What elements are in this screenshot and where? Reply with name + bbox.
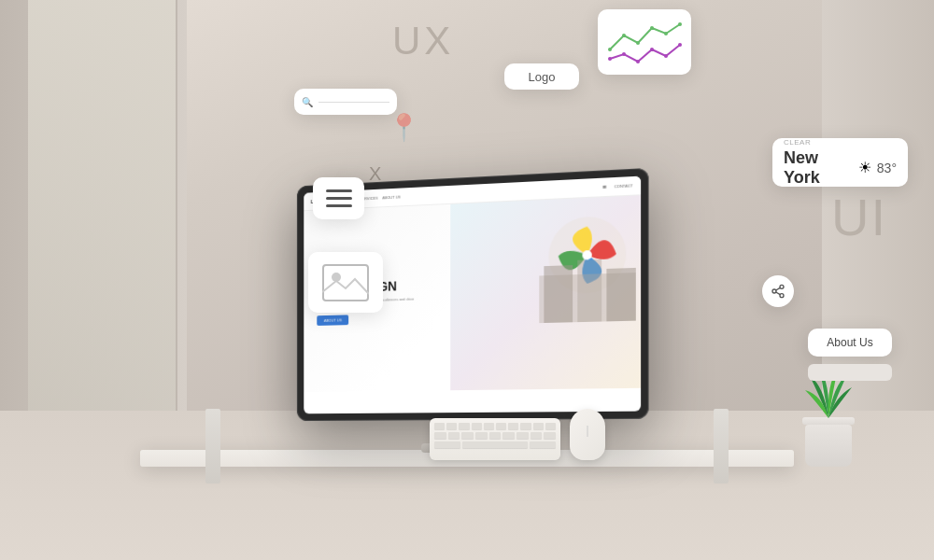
spacebar-key bbox=[462, 441, 528, 448]
logo-widget: Logo bbox=[504, 63, 579, 90]
svg-point-14 bbox=[608, 57, 612, 61]
keyboard-row-2 bbox=[434, 432, 556, 439]
plant bbox=[802, 417, 855, 467]
svg-point-11 bbox=[650, 26, 654, 30]
svg-rect-6 bbox=[323, 265, 368, 301]
svg-point-13 bbox=[678, 22, 682, 26]
svg-point-19 bbox=[678, 43, 682, 47]
hamburger-menu-widget[interactable] bbox=[313, 177, 364, 219]
svg-point-10 bbox=[636, 41, 640, 45]
svg-point-9 bbox=[622, 34, 626, 37]
screen-cta-button[interactable]: ABOUT US bbox=[317, 315, 348, 327]
mouse bbox=[570, 409, 605, 460]
desk-leg-right bbox=[714, 409, 729, 483]
svg-point-12 bbox=[664, 32, 668, 35]
svg-line-24 bbox=[776, 287, 781, 290]
key bbox=[459, 423, 469, 429]
keyboard-row-3 bbox=[434, 441, 556, 448]
keyboard-rows bbox=[430, 418, 560, 453]
about-us-widget[interactable]: About Us bbox=[808, 329, 892, 357]
svg-point-17 bbox=[650, 48, 654, 51]
weather-sun-icon: ☀ bbox=[858, 159, 871, 176]
svg-point-20 bbox=[780, 285, 784, 288]
key bbox=[461, 432, 474, 439]
location-pin-icon: 📍 bbox=[388, 112, 420, 143]
share-button[interactable] bbox=[762, 275, 794, 307]
keyboard bbox=[430, 418, 560, 460]
menu-line-2 bbox=[326, 197, 352, 200]
key bbox=[496, 423, 506, 429]
search-bar-widget[interactable]: 🔍 bbox=[294, 89, 397, 115]
key bbox=[520, 423, 531, 429]
pinwheel-svg bbox=[539, 205, 636, 323]
key bbox=[472, 423, 482, 429]
x-close-icon[interactable]: X bbox=[369, 163, 381, 185]
screen-hero-image bbox=[450, 195, 641, 390]
svg-point-15 bbox=[622, 52, 626, 56]
weather-city: New York bbox=[784, 148, 853, 188]
key bbox=[489, 432, 502, 439]
ui-label: UI bbox=[831, 187, 887, 247]
svg-point-21 bbox=[772, 289, 776, 293]
bottom-pill-decoration bbox=[808, 364, 892, 381]
weather-temperature: 83° bbox=[877, 161, 897, 175]
svg-rect-3 bbox=[544, 265, 573, 323]
desk-leg-left bbox=[205, 409, 220, 483]
screen-hamburger: ≡ bbox=[602, 184, 606, 190]
svg-rect-5 bbox=[606, 268, 635, 322]
weather-main: New York ☀ 83° bbox=[784, 148, 897, 188]
weather-widget: CLEAR New York ☀ 83° bbox=[772, 138, 908, 187]
svg-point-22 bbox=[780, 294, 784, 298]
keyboard-row-1 bbox=[434, 423, 556, 429]
share-icon bbox=[771, 284, 785, 299]
key bbox=[508, 423, 518, 429]
image-placeholder-icon bbox=[322, 264, 369, 301]
key bbox=[544, 432, 556, 439]
key bbox=[502, 432, 515, 439]
svg-point-8 bbox=[608, 48, 612, 51]
key bbox=[446, 423, 457, 429]
key bbox=[533, 423, 544, 429]
ux-label: UX bbox=[392, 19, 454, 63]
chart-svg bbox=[605, 17, 684, 67]
menu-line-1 bbox=[326, 189, 352, 192]
key bbox=[484, 423, 494, 429]
key bbox=[448, 432, 460, 439]
key bbox=[475, 432, 488, 439]
key bbox=[434, 423, 445, 429]
svg-point-16 bbox=[636, 60, 640, 63]
mouse-button-divider bbox=[587, 426, 588, 437]
svg-point-18 bbox=[664, 54, 668, 58]
search-icon: 🔍 bbox=[302, 97, 313, 107]
weather-label: CLEAR bbox=[784, 138, 897, 147]
plant-leaves bbox=[796, 348, 861, 427]
plant-pot bbox=[805, 425, 852, 467]
plant-svg bbox=[796, 348, 861, 423]
menu-line-3 bbox=[326, 204, 352, 207]
key bbox=[530, 441, 556, 448]
key bbox=[434, 441, 460, 448]
key bbox=[545, 423, 556, 429]
svg-rect-4 bbox=[577, 259, 601, 322]
key bbox=[434, 432, 446, 439]
search-line bbox=[318, 102, 389, 103]
image-placeholder-widget bbox=[308, 252, 383, 313]
key bbox=[531, 432, 543, 439]
svg-line-23 bbox=[776, 292, 781, 295]
key bbox=[517, 432, 529, 439]
screen-contact: CONTACT bbox=[615, 183, 633, 189]
chart-widget bbox=[598, 9, 691, 75]
